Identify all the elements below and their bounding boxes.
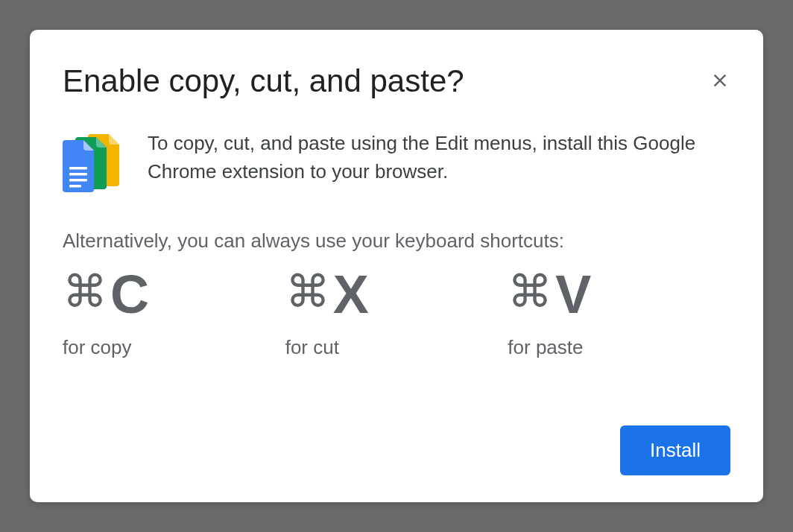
dialog-body-row: To copy, cut, and paste using the Edit m… — [63, 130, 730, 194]
keycombo-copy: ⌘C — [63, 267, 285, 321]
shortcut-copy: ⌘C for copy — [63, 267, 285, 359]
clipboard-extension-dialog: Enable copy, cut, and paste? — [30, 30, 763, 502]
command-key-icon: ⌘ — [63, 270, 107, 314]
shortcut-list: ⌘C for copy ⌘X for cut ⌘V for paste — [63, 267, 730, 359]
shortcut-label-paste: for paste — [508, 336, 730, 359]
shortcut-paste: ⌘V for paste — [508, 267, 730, 359]
svg-rect-1 — [69, 173, 87, 176]
alternative-intro-text: Alternatively, you can always use your k… — [63, 229, 730, 253]
dialog-title: Enable copy, cut, and paste? — [63, 63, 464, 100]
command-key-icon: ⌘ — [285, 270, 330, 314]
keycombo-cut: ⌘X — [285, 267, 508, 321]
install-button[interactable]: Install — [620, 425, 730, 475]
command-key-icon: ⌘ — [508, 270, 552, 314]
dialog-actions: Install — [63, 425, 730, 475]
key-letter: V — [555, 267, 590, 321]
svg-rect-2 — [69, 179, 87, 182]
dialog-body-text: To copy, cut, and paste using the Edit m… — [148, 130, 730, 186]
close-button[interactable] — [707, 67, 733, 94]
shortcut-label-copy: for copy — [63, 336, 285, 359]
key-letter: C — [110, 267, 148, 321]
keycombo-paste: ⌘V — [508, 267, 730, 321]
key-letter: X — [333, 267, 368, 321]
google-docs-icon — [63, 130, 127, 194]
shortcut-label-cut: for cut — [285, 336, 508, 359]
close-icon — [710, 70, 730, 91]
svg-rect-0 — [69, 167, 87, 170]
dialog-header: Enable copy, cut, and paste? — [63, 63, 730, 100]
svg-rect-3 — [69, 185, 81, 188]
shortcut-cut: ⌘X for cut — [285, 267, 508, 359]
